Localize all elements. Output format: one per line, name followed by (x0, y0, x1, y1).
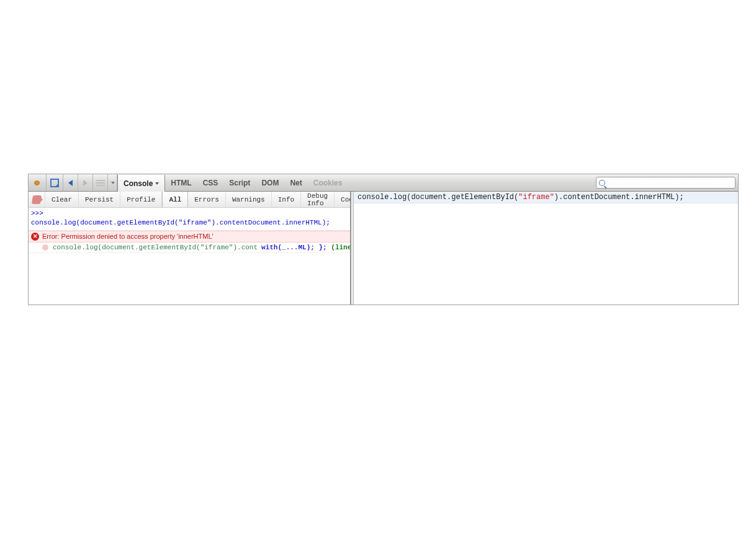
inspect-icon (50, 179, 59, 187)
tab-net[interactable]: Net (284, 174, 307, 191)
persist-button[interactable]: Persist (79, 192, 120, 207)
tab-html[interactable]: HTML (165, 174, 197, 191)
filter-all-button[interactable]: All (162, 192, 188, 207)
tab-css[interactable]: CSS (197, 174, 224, 191)
code-post: ).contentDocument.innerHTML); (554, 193, 684, 202)
console-output-pane: Clear Persist Profile All Errors Warning… (29, 192, 351, 305)
command-text: console.log(document.getElementById("ifr… (31, 219, 330, 226)
filter-errors-button[interactable]: Errors (188, 192, 226, 207)
chevron-down-icon (111, 182, 115, 184)
filter-debug-button[interactable]: Debug Info (301, 192, 335, 207)
firebug-menu-button[interactable] (29, 174, 47, 191)
tab-console-label: Console (124, 179, 153, 188)
break-icon (32, 195, 42, 204)
filter-cookies-button[interactable]: Cookies (335, 192, 351, 207)
arrow-left-icon (68, 180, 73, 186)
nav-forward-button[interactable] (78, 174, 93, 191)
profile-button[interactable]: Profile (120, 192, 162, 207)
trace-code: console.log(document.getElementById("ifr… (53, 244, 258, 251)
lines-icon (96, 180, 105, 186)
trace-source-prefix: with(_...ML); }; (261, 244, 327, 251)
code-string-literal: "iframe" (518, 193, 554, 202)
arrow-right-icon (83, 180, 88, 186)
breakpoint-dot-icon (42, 244, 48, 251)
break-on-error-button[interactable] (29, 192, 45, 207)
tab-cookies[interactable]: Cookies (308, 174, 348, 191)
trace-line-number: (line 2) (327, 244, 350, 251)
command-editor-pane[interactable]: console.log(document.getElementById("ifr… (354, 192, 738, 305)
bug-icon (32, 179, 42, 187)
console-command-row[interactable]: >>> console.log(document.getElementById(… (29, 208, 350, 231)
console-sub-toolbar: Clear Persist Profile All Errors Warning… (29, 192, 350, 208)
filter-info-button[interactable]: Info (272, 192, 301, 207)
search-box[interactable] (596, 177, 736, 189)
body-split: Clear Persist Profile All Errors Warning… (29, 192, 738, 305)
nav-back-button[interactable] (63, 174, 78, 191)
panel-list-button[interactable] (93, 174, 108, 191)
search-input[interactable] (608, 179, 733, 187)
code-pre: console.log(document.getElementById( (358, 193, 518, 202)
tab-console[interactable]: Console (117, 175, 165, 192)
chevron-down-icon (155, 182, 159, 185)
filter-warnings-button[interactable]: Warnings (226, 192, 272, 207)
command-editor-line[interactable]: console.log(document.getElementById("ifr… (354, 192, 738, 203)
search-icon (599, 180, 605, 186)
firebug-panel: Console HTML CSS Script DOM Net Cookies … (28, 174, 739, 305)
trace-source: with(_...ML); }; (line 2) (261, 244, 350, 251)
panel-list-dropdown[interactable] (108, 174, 117, 191)
tab-dom[interactable]: DOM (256, 174, 284, 191)
console-trace-row[interactable]: console.log(document.getElementById("ifr… (29, 242, 350, 253)
prompt-marker: >>> (31, 210, 43, 217)
tab-script[interactable]: Script (223, 174, 256, 191)
error-icon (31, 233, 39, 241)
main-toolbar: Console HTML CSS Script DOM Net Cookies (29, 174, 738, 192)
error-text: Error: Permission denied to access prope… (42, 233, 214, 240)
inspect-button[interactable] (47, 174, 63, 191)
console-error-row[interactable]: Error: Permission denied to access prope… (29, 231, 350, 242)
clear-button[interactable]: Clear (45, 192, 79, 207)
